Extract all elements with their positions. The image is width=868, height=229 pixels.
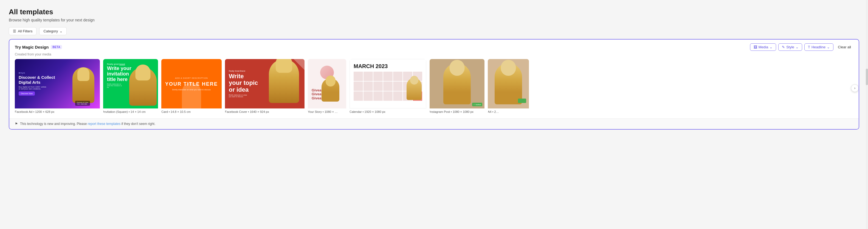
template-thumb: Giveaway Giveaway Giveaway [308, 59, 346, 109]
magic-title-row: Try Magic Design BETA [15, 45, 62, 50]
template-label: Card • 14.8 × 10.5 cm [161, 110, 222, 113]
a4-bust-body [495, 63, 522, 104]
template-card-instagram[interactable]: ✓ Verified Instagram Post • 1080 × 1080 … [430, 59, 485, 113]
cover-brand: Really Great Brand [229, 70, 301, 72]
insta-bust-body [443, 63, 471, 104]
template-label: Facebook Cover • 1640 × 924 px [225, 110, 305, 113]
template-card-card[interactable]: ADD A SHORT DESCRIPTION YOUR TITLE HERE … [161, 59, 222, 113]
headline-icon: T [808, 45, 810, 49]
filter-bar: ☰ All Filters Category ⌄ [9, 27, 859, 35]
cal-cell [373, 91, 383, 101]
disclaimer-text: This technology is new and improving. Pl… [20, 122, 155, 126]
headline-chip[interactable]: T Headline ⌄ [804, 44, 833, 51]
a4-bust-head [501, 60, 516, 76]
template-label: A4 • 2… [488, 110, 529, 113]
bust-figure-container: Portrait of Color700 • 600-800 [72, 67, 97, 109]
card-label-top: ADD A SHORT DESCRIPTION [175, 77, 208, 79]
template-thumb: MARCH 2023 [349, 59, 426, 109]
scrollbar-thumb[interactable] [866, 69, 868, 85]
inv-brand: Really great brand [107, 63, 131, 65]
template-label: Facebook Ad • 1200 × 628 px [15, 110, 100, 113]
page-container: All templates Browse high quality templa… [0, 0, 868, 135]
media-label: Media [758, 45, 768, 49]
template-text-block: ■ thynk Discover & CollectDigital Arts B… [19, 72, 55, 95]
page-title: All templates [9, 8, 859, 16]
inv-bust-body [129, 67, 157, 106]
cal-cell [383, 82, 393, 91]
cal-cell [383, 71, 393, 81]
clear-all-button[interactable]: Clear all [836, 44, 853, 51]
cal-cell [373, 82, 383, 91]
page-scrollbar[interactable] [866, 0, 868, 229]
disclaimer-icon: ⚑ [15, 122, 18, 126]
report-templates-link[interactable]: report these templates [88, 122, 120, 126]
template-card-story[interactable]: Giveaway Giveaway Giveaway Your Story • … [308, 59, 346, 113]
templates-scroll-container: ■ thynk Discover & CollectDigital Arts B… [9, 59, 859, 117]
category-button[interactable]: Category ⌄ [39, 27, 67, 35]
template-label: Your Story • 1080 × … [308, 110, 346, 113]
template-card-facebook-ad[interactable]: ■ thynk Discover & CollectDigital Arts B… [15, 59, 100, 113]
cal-bust-area [407, 78, 422, 100]
bust-figure [72, 67, 94, 103]
magic-design-panel: Try Magic Design BETA 🖼 Media ⌄ ✎ Style … [9, 39, 859, 130]
card-bust [182, 82, 201, 109]
inv-bust-head [135, 64, 151, 81]
style-chip[interactable]: ✎ Style ⌄ [778, 44, 802, 51]
cal-cell [364, 82, 373, 91]
cal-cell [393, 71, 402, 81]
cal-cell [364, 91, 373, 101]
disclaimer-bar: ⚑ This technology is new and improving. … [9, 118, 859, 129]
cover-desc: Briefly elaborate on whatyou want to dis… [229, 94, 301, 97]
media-icon: 🖼 [753, 45, 757, 49]
story-bust-head [326, 76, 336, 86]
cal-bust-body [407, 78, 422, 100]
discover-btn: Discover Now [19, 91, 35, 95]
cal-cell [353, 91, 363, 101]
brand-text: ■ thynk [19, 72, 55, 74]
scroll-right-button[interactable]: › [851, 84, 859, 92]
filter-icon: ☰ [13, 29, 16, 33]
template-thumb: ■ thynk Discover & CollectDigital Arts B… [15, 59, 100, 109]
magic-panel-header: Try Magic Design BETA 🖼 Media ⌄ ✎ Style … [9, 39, 859, 52]
disclaimer-text-after: if they don't seem right. [122, 122, 156, 126]
template-desc: Buy digital art from 1000+ artistsor sel… [19, 86, 55, 90]
insta-bust-head [450, 60, 465, 76]
template-card-a4[interactable]: A4 • 2… [488, 59, 529, 113]
card-label: Portrait of Color700 • 600-800 [75, 101, 90, 106]
inv-desc: Briefly elaborate onwhat the invitation … [107, 83, 131, 88]
insta-badge: ✓ Verified [472, 103, 482, 106]
template-thumb: ✓ Verified [430, 59, 485, 109]
cal-cell [393, 91, 402, 101]
cal-cell [364, 71, 373, 81]
template-label: Calendar • 1920 × 1080 px [349, 110, 426, 113]
cal-cell [393, 82, 402, 91]
style-label: Style [786, 45, 794, 49]
template-thumb: ADD A SHORT DESCRIPTION YOUR TITLE HERE … [161, 59, 222, 109]
inv-heading: Write yourinvitationtitle here [107, 66, 131, 82]
disclaimer-text-before: This technology is new and improving. Pl… [20, 122, 87, 126]
inv-bust-container [129, 67, 158, 109]
template-thumb [488, 59, 529, 109]
template-card-fb-cover[interactable]: Really Great Brand Writeyour topicor ide… [225, 59, 305, 113]
insta-bust-wrapper [433, 63, 480, 104]
template-label: Instagram Post • 1080 × 1080 px [430, 110, 485, 113]
media-chip[interactable]: 🖼 Media ⌄ [750, 44, 776, 51]
magic-panel-subtitle: Created from your media [9, 52, 859, 59]
bust-head [78, 67, 89, 81]
magic-panel-title: Try Magic Design [15, 45, 49, 50]
template-card-calendar[interactable]: MARCH 2023 [349, 59, 426, 113]
a4-green-rect [518, 98, 526, 103]
category-label: Category [43, 29, 58, 33]
template-card-invitation[interactable]: Really great brand Write yourinvitationt… [103, 59, 158, 113]
chevron-down-icon: ⌄ [60, 29, 63, 33]
all-filters-button[interactable]: ☰ All Filters [9, 27, 36, 35]
cal-cell [373, 71, 383, 81]
cal-cell [383, 91, 393, 101]
headline-chevron-icon: ⌄ [827, 45, 830, 49]
card-bust-body [182, 82, 201, 109]
magic-controls: 🖼 Media ⌄ ✎ Style ⌄ T Headline ⌄ Clear a… [750, 44, 853, 51]
template-label: Invitation (Square) • 14 × 14 cm [103, 110, 158, 113]
beta-badge: BETA [51, 45, 62, 49]
style-chevron-icon: ⌄ [796, 45, 799, 49]
all-filters-label: All Filters [18, 29, 32, 33]
